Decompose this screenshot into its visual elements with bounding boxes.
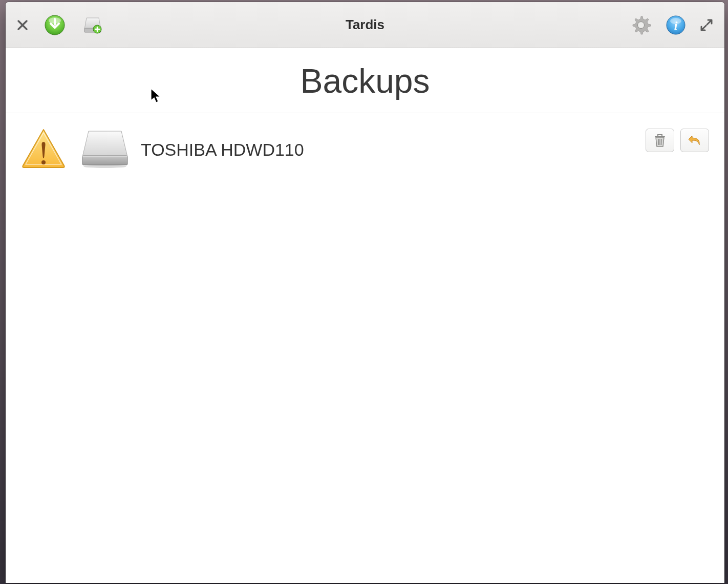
svg-point-10 [41, 160, 46, 164]
drive-add-icon [81, 14, 104, 36]
svg-point-6 [638, 22, 645, 28]
download-icon [44, 14, 66, 36]
maximize-button[interactable] [700, 18, 713, 32]
close-icon [17, 19, 28, 31]
backup-drive-name: TOSHIBA HDWD110 [141, 140, 304, 160]
delete-backup-button[interactable] [646, 129, 674, 152]
window-title: Tardis [346, 17, 384, 33]
row-actions [646, 129, 709, 152]
page-title: Backups [6, 61, 724, 100]
undo-icon [687, 134, 702, 147]
titlebar: Tardis [6, 2, 724, 48]
svg-line-14 [658, 139, 659, 145]
info-button[interactable]: i [665, 14, 687, 36]
titlebar-left-group [17, 14, 104, 36]
svg-line-16 [661, 139, 662, 145]
add-drive-button[interactable] [81, 14, 104, 36]
restore-backup-button[interactable] [680, 129, 709, 152]
page-header: Backups [6, 48, 724, 113]
maximize-icon [700, 18, 713, 32]
titlebar-right-group: i [630, 14, 713, 36]
app-window: Tardis [6, 2, 724, 583]
svg-rect-12 [82, 156, 127, 157]
drive-icon [80, 129, 126, 170]
trash-icon [653, 133, 667, 148]
backup-row[interactable]: TOSHIBA HDWD110 [21, 128, 709, 172]
svg-text:i: i [674, 19, 678, 32]
settings-button[interactable] [630, 14, 652, 36]
gear-icon [630, 14, 652, 36]
close-button[interactable] [17, 19, 28, 31]
warning-icon [21, 128, 66, 172]
svg-point-13 [83, 165, 126, 168]
content-area: TOSHIBA HDWD110 [6, 113, 724, 583]
info-icon: i [665, 14, 687, 36]
backup-now-button[interactable] [44, 14, 66, 36]
